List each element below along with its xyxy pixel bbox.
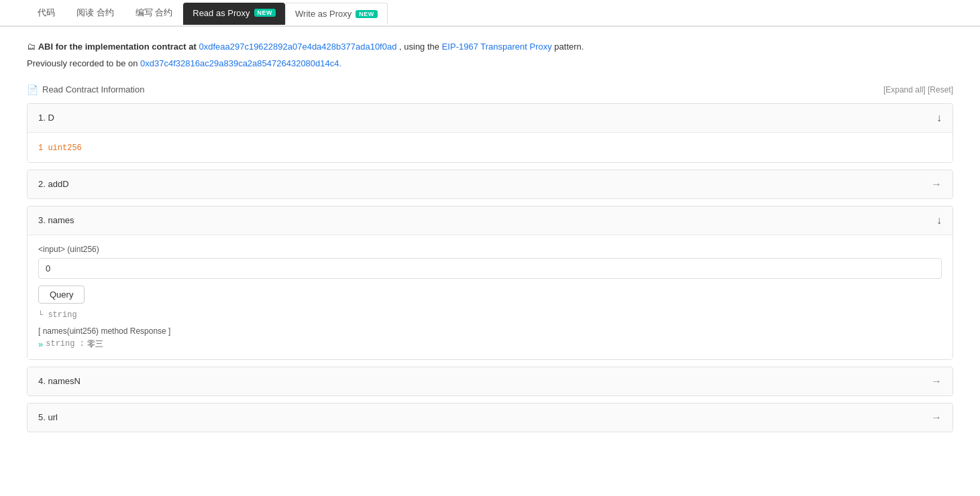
tab-code[interactable]: 代码 [27,0,66,27]
contract-item-4: 4. namesN → [27,367,953,396]
info-middle: , using the [399,42,439,52]
write-proxy-label: Write as Proxy [295,9,351,19]
response-arrow-icon: » [38,339,43,349]
contract-item-1-body: 1 uint256 [28,132,952,162]
item-4-title: 4. namesN [38,376,80,386]
doc-icon: 📄 [27,84,38,95]
contract-item-3: 3. names ↓ <input> (uint256) Query └ str… [27,206,953,360]
reset-link[interactable]: [Reset] [928,85,953,95]
item-1-title: 1. D [38,113,54,123]
expand-reset-controls: [Expand all] [Reset] [883,85,953,95]
contract-item-4-header[interactable]: 4. namesN → [28,367,952,395]
contract-item-1-header[interactable]: 1. D ↓ [28,104,952,132]
contract-item-2: 2. addD → [27,170,953,199]
item-1-type: 1 uint256 [38,143,82,153]
info-section: 🗂 ABI for the implementation contract at… [27,40,953,71]
contract-item-3-header[interactable]: 3. names ↓ [28,206,952,235]
write-proxy-new-badge: NEW [356,10,378,18]
item-3-response-value: 零三 [87,338,103,350]
main-content: 🗂 ABI for the implementation contract at… [0,27,980,452]
item-2-arrow-right-icon: → [931,178,942,190]
read-proxy-new-badge: NEW [254,9,276,17]
contract-item-3-body: <input> (uint256) Query └ string [ names… [28,235,952,359]
info-suffix: pattern. [554,42,584,52]
item-4-arrow-right-icon: → [931,375,942,387]
impl-address-link[interactable]: 0xdfeaa297c19622892a07e4da428b377ada10f0… [199,42,396,52]
read-proxy-label: Read as Proxy [193,8,250,18]
item-3-query-button[interactable]: Query [38,286,85,304]
item-2-title: 2. addD [38,179,69,189]
item-3-arrow-down-icon: ↓ [936,214,942,227]
item-3-response-line: » string : 零三 [38,338,942,350]
section-title-text: Read Contract Information [42,84,144,95]
page-wrapper: 代码 阅读 合约 编写 合约 Read as Proxy NEW Write a… [0,0,980,496]
contract-item-5-header[interactable]: 5. url → [28,404,952,432]
item-3-input-label: <input> (uint256) [38,245,942,254]
section-title: 📄 Read Contract Information [27,84,144,95]
tab-bar: 代码 阅读 合约 编写 合约 Read as Proxy NEW Write a… [0,0,980,27]
item-5-title: 5. url [38,412,58,422]
eip-link[interactable]: EIP-1967 Transparent Proxy [442,42,552,52]
item-3-response-key: string : [46,339,85,349]
item-3-response-block: [ names(uint256) method Response ] » str… [38,326,942,350]
item-5-arrow-right-icon: → [931,412,942,424]
expand-all-link[interactable]: [Expand all] [883,85,926,95]
tab-write-proxy[interactable]: Write as Proxy NEW [285,3,388,24]
info-prefix: ABI for the implementation contract at [38,42,197,52]
item-3-title: 3. names [38,215,74,225]
contract-item-5: 5. url → [27,403,953,432]
item-3-input[interactable] [38,258,942,279]
tab-read[interactable]: 阅读 合约 [66,0,125,27]
item-3-response-title: [ names(uint256) method Response ] [38,326,942,336]
item-3-return-type: └ string [38,310,942,320]
tab-read-proxy[interactable]: Read as Proxy NEW [183,3,285,25]
tab-write[interactable]: 编写 合约 [125,0,184,27]
section-header: 📄 Read Contract Information [Expand all]… [27,84,953,95]
recorded-prefix: Previously recorded to be on [27,58,138,68]
contract-item-1: 1. D ↓ 1 uint256 [27,103,953,163]
stack-icon: 🗂 [27,42,36,52]
item-1-arrow-down-icon: ↓ [936,112,942,124]
recorded-address-link[interactable]: 0xd37c4f32816ac29a839ca2a854726432080d14… [140,58,341,68]
contract-item-2-header[interactable]: 2. addD → [28,170,952,198]
